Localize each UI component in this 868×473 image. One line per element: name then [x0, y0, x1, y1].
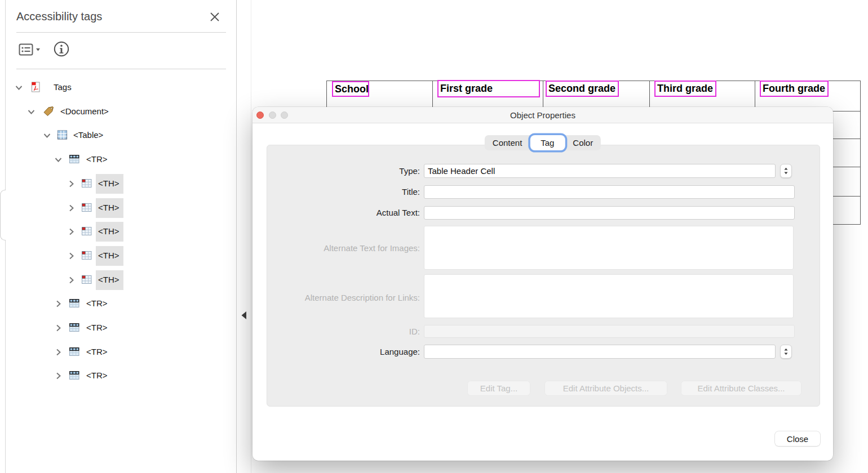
divider — [16, 69, 226, 69]
tag-icon — [43, 106, 54, 117]
tree-item-label[interactable]: <TR> — [85, 369, 109, 382]
table-row-icon — [69, 322, 80, 333]
chevron-right-icon[interactable] — [54, 324, 63, 332]
chevron-down-icon[interactable] — [15, 83, 23, 92]
id-input — [424, 325, 795, 338]
alt-desc-links-label: Alternate Description for Links: — [253, 293, 420, 302]
table-header-highlight: Second grade — [546, 81, 619, 97]
tree-item-label[interactable]: <TR> — [85, 322, 109, 334]
chevron-down-icon[interactable] — [43, 131, 51, 140]
panel-title: Accessibility tags — [16, 10, 102, 23]
edit-attribute-classes-button: Edit Attribute Classes... — [681, 381, 801, 395]
panel-splitter-handle[interactable] — [0, 190, 6, 240]
table-header-highlight: School — [332, 81, 369, 97]
tree-item-label[interactable]: <TH> — [96, 198, 123, 218]
tab-content[interactable]: Content — [485, 135, 530, 150]
divider — [16, 32, 226, 33]
language-input[interactable] — [424, 345, 776, 359]
table-header-highlight: Fourth grade — [760, 81, 829, 97]
alt-text-images-textarea — [424, 226, 794, 270]
type-input[interactable] — [424, 164, 776, 178]
tree-item-label[interactable]: <Table> — [72, 129, 105, 141]
edit-attribute-objects-button: Edit Attribute Objects... — [545, 381, 667, 395]
table-header-highlight: First grade — [437, 80, 540, 97]
close-icon[interactable] — [207, 10, 222, 24]
chevron-right-icon[interactable] — [67, 180, 76, 188]
tree-item-label[interactable]: <Document> — [59, 105, 110, 118]
alt-text-images-label: Alternate Text for Images: — [253, 243, 420, 253]
tree-item-label[interactable]: <TH> — [96, 174, 123, 194]
chevron-down-icon[interactable] — [54, 155, 63, 164]
chevron-right-icon[interactable] — [54, 348, 63, 356]
id-label: ID: — [253, 327, 420, 336]
chevron-right-icon[interactable] — [67, 252, 76, 260]
chevron-right-icon[interactable] — [67, 204, 76, 212]
table-row-icon — [69, 298, 80, 309]
table-row-icon — [69, 154, 80, 164]
panel-gutter — [237, 0, 251, 473]
chevron-down-icon — [36, 48, 40, 51]
table-header-cell-icon — [81, 202, 92, 213]
table-header-cell-icon — [81, 226, 92, 236]
tab-tag[interactable]: Tag — [530, 135, 565, 150]
chevron-right-icon[interactable] — [54, 372, 63, 380]
chevron-right-icon[interactable] — [67, 276, 76, 284]
actual-text-input[interactable] — [424, 206, 795, 220]
dialog-tabs: Content Tag Color — [485, 135, 601, 150]
actual-text-label: Actual Text: — [253, 208, 420, 217]
title-input[interactable] — [424, 185, 795, 199]
title-label: Title: — [253, 187, 420, 197]
pdf-file-icon — [30, 82, 41, 92]
tree-item-label[interactable]: <TR> — [85, 346, 109, 358]
table-header-cell-icon — [81, 274, 92, 285]
language-stepper[interactable] — [780, 345, 792, 359]
tree-item-label[interactable]: Tags — [52, 81, 73, 93]
chevron-right-icon[interactable] — [54, 300, 63, 308]
table-row-icon — [69, 346, 80, 357]
object-properties-dialog: Object Properties Content Tag Color Type… — [253, 107, 833, 461]
table-header-cell-icon — [81, 250, 92, 261]
alt-desc-links-textarea — [424, 274, 794, 318]
tree-item-label[interactable]: <TH> — [96, 246, 123, 266]
tree-item-label[interactable]: <TR> — [85, 297, 109, 310]
info-icon[interactable] — [53, 41, 70, 57]
tree-item-label[interactable]: <TH> — [96, 270, 123, 290]
chevron-down-icon[interactable] — [27, 108, 36, 116]
tree-item-label[interactable]: <TH> — [96, 222, 123, 242]
tab-color[interactable]: Color — [565, 135, 601, 150]
language-label: Language: — [253, 347, 420, 356]
type-label: Type: — [253, 166, 420, 176]
dialog-title: Object Properties — [253, 107, 833, 123]
chevron-right-icon[interactable] — [67, 227, 76, 236]
table-row-icon — [69, 370, 80, 381]
table-header-highlight: Third grade — [654, 81, 716, 97]
accessibility-tags-panel: Accessibility tags Tags <Document> — [5, 0, 237, 473]
collapse-panel-arrow-icon[interactable] — [241, 311, 247, 320]
tree-item-label[interactable]: <TR> — [85, 153, 109, 166]
table-icon — [57, 130, 68, 140]
edit-tag-button: Edit Tag... — [468, 381, 530, 395]
tag-options-menu-button[interactable] — [19, 42, 43, 57]
dialog-titlebar[interactable]: Object Properties — [253, 107, 833, 123]
type-stepper[interactable] — [780, 164, 792, 178]
close-button[interactable]: Close — [775, 431, 820, 446]
table-header-cell-icon — [81, 178, 92, 189]
